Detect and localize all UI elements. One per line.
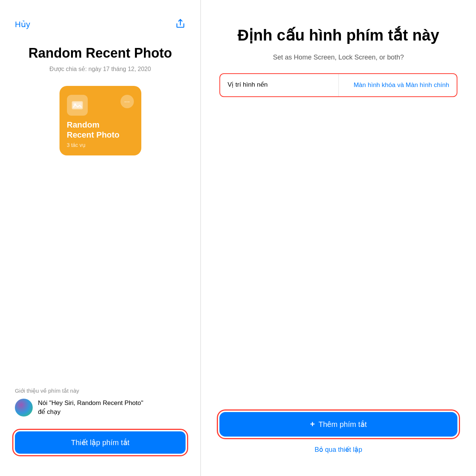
card-icon [67, 95, 88, 116]
photos-icon [71, 99, 84, 112]
siri-orb-icon [15, 399, 33, 416]
card-more-button[interactable]: ··· [120, 95, 134, 108]
config-subtitle: Set as Home Screen, Lock Screen, or both… [219, 54, 457, 61]
share-icon [175, 19, 186, 29]
cancel-button[interactable]: Hủy [15, 20, 30, 29]
add-shortcut-label: Thêm phím tắt [319, 420, 367, 429]
share-button[interactable] [175, 19, 186, 30]
right-panel: Định cấu hình phím tắt này Set as Home S… [201, 0, 476, 476]
siri-instruction: Nói "Hey Siri, Random Recent Photo" để c… [38, 399, 143, 416]
card-tasks: 3 tác vụ [67, 142, 134, 148]
more-dots-icon: ··· [124, 98, 130, 106]
add-icon: + [310, 419, 315, 429]
shortcut-title: Random Recent Photo [15, 45, 186, 61]
shortcut-card: ··· RandomRecent Photo 3 tác vụ [60, 86, 141, 155]
left-top-bar: Hủy [15, 19, 186, 30]
config-title: Định cấu hình phím tắt này [219, 26, 457, 45]
add-shortcut-button[interactable]: + Thêm phím tắt [219, 412, 457, 437]
setup-shortcut-button[interactable]: Thiết lập phím tắt [15, 431, 186, 454]
wallpaper-option-box[interactable]: Vị trí hình nền Màn hình khóa và Màn hìn… [219, 73, 457, 97]
wallpaper-location-label: Vị trí hình nền [220, 74, 339, 96]
siri-row: Nói "Hey Siri, Random Recent Photo" để c… [15, 399, 186, 416]
intro-label: Giới thiệu về phím tắt này [15, 387, 186, 394]
wallpaper-both-option[interactable]: Màn hình khóa và Màn hình chính [339, 74, 457, 96]
skip-setup-link[interactable]: Bỏ qua thiết lập [219, 446, 457, 454]
card-name: RandomRecent Photo [67, 120, 134, 140]
left-panel: Hủy Random Recent Photo Được chia sẻ: ng… [0, 0, 201, 476]
svg-rect-2 [73, 102, 82, 108]
share-date: Được chia sẻ: ngày 17 tháng 12, 2020 [15, 65, 186, 73]
card-top-row: ··· [67, 95, 134, 116]
intro-section: Giới thiệu về phím tắt này Nói "Hey Siri… [15, 387, 186, 416]
